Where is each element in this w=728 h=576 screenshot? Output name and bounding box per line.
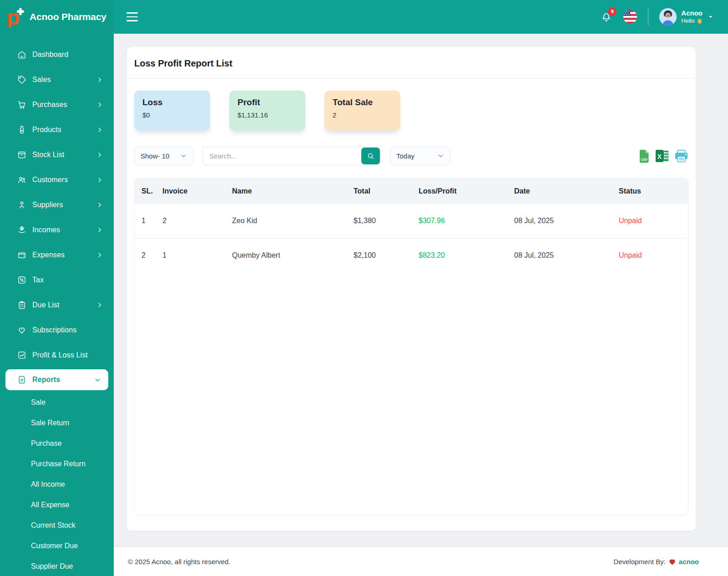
sidebar-item-purchases[interactable]: Purchases — [0, 92, 114, 117]
table-row: 1 2 Zeo Kid $1,380 $307.96 08 Jul, 2025 … — [135, 204, 688, 238]
sidebar-item-incomes[interactable]: Incomes — [0, 217, 114, 242]
sidebar-item-products[interactable]: Products — [0, 117, 114, 142]
language-flag-us[interactable] — [623, 10, 637, 24]
sidebar-item-customers[interactable]: Customers — [0, 167, 114, 192]
sidebar-item-profit-loss-list[interactable]: Profit & Loss List — [0, 342, 114, 367]
table-header-row: SL. Invoice Name Total Loss/Profit Date … — [135, 178, 688, 204]
submenu-item-purchase-return[interactable]: Purchase Return — [0, 454, 114, 474]
cell-invoice: 1 — [159, 238, 228, 272]
export-buttons: CSV X — [639, 149, 688, 163]
user-name: Acnoo — [681, 9, 703, 18]
total-sale-card: Total Sale 2 — [324, 91, 400, 130]
box-icon — [17, 150, 26, 159]
submenu-item-customer-due[interactable]: Customer Due — [0, 535, 114, 556]
brand[interactable]: p Acnoo Pharmacy — [0, 0, 114, 34]
developed-by-label: Development By: — [614, 558, 666, 566]
excel-icon: X — [656, 150, 668, 162]
search-box — [202, 147, 381, 165]
cell-loss-profit: $307.96 — [415, 204, 511, 238]
tag-icon — [17, 75, 26, 84]
search-icon — [367, 152, 374, 160]
profit-card: Profit $1,131.16 — [229, 91, 305, 130]
submenu-item-sale[interactable]: Sale — [0, 392, 114, 413]
submenu-item-all-expense[interactable]: All Expense — [0, 494, 114, 515]
sidebar-item-label: Dashboard — [32, 51, 103, 59]
submenu-label: Purchase — [31, 439, 62, 448]
cell-sl: 1 — [135, 204, 159, 238]
chevron-down-icon — [180, 153, 187, 159]
col-header-loss-profit: Loss/Profit — [415, 178, 511, 204]
submenu-label: All Expense — [31, 501, 70, 509]
notification-count-badge: 9 — [608, 7, 617, 16]
report-card: Loss Profit Report List Loss $0 Profit $… — [127, 47, 696, 531]
cell-date: 08 Jul, 2025 — [511, 238, 615, 272]
sidebar-item-label: Purchases — [32, 101, 91, 109]
col-header-sl: SL. — [135, 178, 159, 204]
submenu-item-current-stock[interactable]: Current Stock — [0, 515, 114, 535]
export-excel-button[interactable]: X — [656, 150, 668, 162]
submenu-item-supplier-due[interactable]: Supplier Due — [0, 556, 114, 576]
sidebar-item-label: Expenses — [32, 251, 91, 259]
submenu-label: Current Stock — [31, 521, 76, 530]
sidebar-item-expenses[interactable]: Expenses — [0, 242, 114, 267]
summary-cards: Loss $0 Profit $1,131.16 Total Sale 2 — [127, 79, 696, 134]
wave-hand-icon — [696, 18, 703, 24]
cell-loss-profit: $823.20 — [415, 238, 511, 272]
submenu-item-sale-return[interactable]: Sale Return — [0, 413, 114, 433]
chevron-right-icon — [96, 127, 103, 133]
topbar-divider — [648, 8, 648, 25]
page-title: Loss Profit Report List — [127, 47, 696, 79]
loss-card: Loss $0 — [134, 91, 210, 130]
sidebar-item-label: Subscriptions — [32, 326, 103, 334]
coin-hand-icon — [17, 225, 26, 234]
show-entries-select[interactable]: Show- 10 — [134, 147, 193, 165]
printer-icon — [674, 150, 688, 163]
medicine-bottle-icon — [17, 125, 26, 134]
submenu-label: Sale Return — [31, 419, 70, 427]
sidebar-item-label: Reports — [32, 376, 88, 384]
print-button[interactable] — [674, 150, 688, 163]
heart-icon — [668, 558, 676, 566]
sidebar: p Acnoo Pharmacy Dashboard Sales Purch — [0, 0, 114, 576]
caret-down-icon — [707, 13, 714, 20]
cell-date: 08 Jul, 2025 — [511, 204, 615, 238]
developer-link[interactable]: acnoo — [679, 558, 699, 566]
wallet-icon — [17, 250, 26, 260]
total-sale-card-label: Total Sale — [333, 97, 392, 107]
copyright-text: © 2025 Acnoo, all rights reserved. — [128, 558, 230, 566]
cell-total: $2,100 — [350, 238, 415, 272]
chevron-right-icon — [96, 252, 103, 258]
notifications-button[interactable]: 9 — [600, 11, 612, 23]
chevron-right-icon — [96, 227, 103, 233]
search-button[interactable] — [361, 148, 380, 164]
profit-card-value: $1,131.16 — [238, 111, 297, 119]
menu-toggle-button[interactable] — [124, 10, 141, 24]
sidebar-item-due-list[interactable]: Due List — [0, 292, 114, 317]
col-header-total: Total — [350, 178, 415, 204]
total-sale-card-value: 2 — [333, 111, 392, 119]
sidebar-item-dashboard[interactable]: Dashboard — [0, 42, 114, 67]
cell-name: Quemby Albert — [228, 238, 350, 272]
col-header-name: Name — [228, 178, 350, 204]
sidebar-item-reports[interactable]: Reports — [5, 369, 108, 390]
brand-name: Acnoo Pharmacy — [30, 11, 106, 22]
sidebar-item-suppliers[interactable]: Suppliers — [0, 192, 114, 217]
search-input[interactable] — [203, 147, 353, 165]
table-row: 2 1 Quemby Albert $2,100 $823.20 08 Jul,… — [135, 238, 688, 272]
cell-total: $1,380 — [350, 204, 415, 238]
date-filter-select[interactable]: Today — [390, 147, 450, 165]
sidebar-item-subscriptions[interactable]: Subscriptions — [0, 317, 114, 342]
submenu-label: All Income — [31, 480, 65, 489]
user-greeting: Hello — [681, 17, 695, 25]
cell-invoice: 2 — [159, 204, 228, 238]
submenu-item-purchase[interactable]: Purchase — [0, 433, 114, 454]
submenu-item-all-income[interactable]: All Income — [0, 474, 114, 494]
brand-logo-icon: p — [5, 6, 26, 27]
export-csv-button[interactable]: CSV — [639, 149, 650, 163]
trend-chart-icon — [17, 351, 26, 360]
user-menu[interactable]: Acnoo Hello — [659, 8, 714, 25]
sidebar-item-stock-list[interactable]: Stock List — [0, 142, 114, 167]
date-filter-label: Today — [396, 152, 415, 160]
sidebar-item-tax[interactable]: Tax — [0, 267, 114, 292]
sidebar-item-sales[interactable]: Sales — [0, 67, 114, 92]
